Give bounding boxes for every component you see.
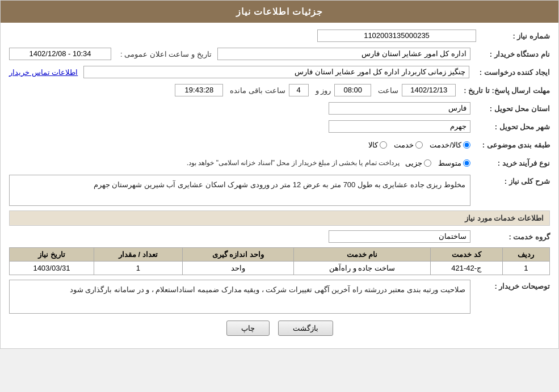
deadline-label: مهلت ارسال پاسخ: تا تاریخ :: [459, 86, 550, 95]
cell-date: 1403/03/31: [10, 262, 94, 275]
table-row: 1ج-42-421ساخت جاده و راه‌آهنواحد11403/03…: [10, 262, 550, 275]
province-label: استان محل تحویل :: [476, 104, 550, 113]
buyer-org-value: اداره کل امور عشایر استان فارس: [217, 48, 470, 60]
announce-date-label: تاریخ و ساعت اعلان عمومی :: [117, 50, 212, 58]
cell-row: 1: [502, 262, 549, 275]
category-radio-kala-khedmat-input[interactable]: [463, 141, 470, 149]
category-radio-khedmat[interactable]: خدمت: [394, 141, 423, 149]
cell-name: ساخت جاده و راه‌آهن: [293, 262, 430, 275]
order-number-label: شماره نیاز :: [476, 32, 550, 40]
action-buttons: بازگشت چاپ: [9, 321, 550, 336]
deadline-date: 1402/12/13: [402, 84, 456, 96]
page-header: جزئیات اطلاعات نیاز: [1, 1, 558, 23]
city-value: جهرم: [329, 120, 470, 133]
col-service-name: نام خدمت: [293, 248, 430, 262]
services-title: اطلاعات خدمات مورد نیاز: [9, 210, 550, 226]
col-unit: واحد اندازه گیری: [182, 248, 293, 262]
purchase-type-radio-jozi-label: جزیی: [405, 159, 422, 167]
purchase-type-note: پرداخت تمام یا بخشی از مبلغ خریدار از مح…: [187, 159, 400, 167]
purchase-type-radio-group: متوسط جزیی: [405, 159, 470, 167]
category-radio-kala-input[interactable]: [380, 141, 387, 149]
purchase-type-radio-motaveset[interactable]: متوسط: [438, 159, 470, 167]
category-radio-kala-khedmat[interactable]: کالا/خدمت: [430, 141, 470, 149]
purchase-type-radio-motaveset-label: متوسط: [438, 159, 461, 167]
services-table: ردیف کد خدمت نام خدمت واحد اندازه گیری ت…: [9, 247, 550, 275]
deadline-time-label: ساعت: [375, 86, 398, 95]
deadline-remaining-label: ساعت باقی مانده: [226, 86, 285, 95]
description-label: شرح کلی نیاز :: [476, 177, 550, 186]
buyer-org-label: نام دستگاه خریدار :: [476, 50, 550, 58]
description-value: مخلوط ریزی جاده عشایری به طول 700 متر به…: [9, 175, 470, 206]
category-radio-khedmat-label: خدمت: [394, 141, 414, 149]
notes-value: صلاحیت ورتبه بندی معتبر دررشته راه آخرین…: [9, 280, 470, 314]
creator-label: ایجاد کننده درخواست :: [475, 68, 550, 77]
creator-value: چنگیز زمانی کاربردار اداره کل امور عشایر…: [83, 66, 469, 78]
deadline-days: 4: [289, 84, 309, 96]
purchase-type-label: نوع فرآیند خرید :: [476, 159, 550, 167]
purchase-type-radio-jozi-input[interactable]: [424, 159, 431, 167]
deadline-time: 08:00: [334, 84, 371, 96]
category-radio-group: کالا/خدمت خدمت کالا: [368, 141, 470, 149]
notes-label: توصیحات خریدار :: [476, 282, 550, 290]
category-radio-kala[interactable]: کالا: [368, 141, 387, 149]
category-label: طبقه بندی موضوعی :: [476, 141, 550, 149]
contact-link[interactable]: اطلاعات تماس خریدار: [9, 68, 78, 77]
header-title: جزئیات اطلاعات نیاز: [236, 7, 323, 16]
col-quantity: تعداد / مقدار: [94, 248, 182, 262]
order-number-value: 1102003135000235: [317, 29, 476, 42]
category-radio-khedmat-input[interactable]: [415, 141, 423, 149]
deadline-remaining: 19:43:28: [175, 84, 223, 96]
print-button[interactable]: چاپ: [226, 321, 270, 336]
cell-code: ج-42-421: [430, 262, 502, 275]
col-row-num: ردیف: [502, 248, 549, 262]
back-button[interactable]: بازگشت: [278, 321, 333, 336]
announce-date-value: 1402/12/08 - 10:34: [9, 48, 111, 60]
province-value: فارس: [329, 102, 470, 115]
deadline-days-label: روز و: [312, 86, 331, 95]
purchase-type-radio-motaveset-input[interactable]: [463, 159, 470, 167]
city-label: شهر محل تحویل :: [476, 123, 550, 131]
category-radio-kala-label: کالا: [368, 141, 378, 149]
service-group-value: ساختمان: [329, 230, 470, 243]
category-radio-kala-khedmat-label: کالا/خدمت: [430, 141, 461, 149]
cell-unit: واحد: [182, 262, 293, 275]
col-service-code: کد خدمت: [430, 248, 502, 262]
col-date: تاریخ نیاز: [10, 248, 94, 262]
service-group-label: گروه خدمت :: [476, 233, 550, 241]
purchase-type-radio-jozi[interactable]: جزیی: [405, 159, 431, 167]
cell-quantity: 1: [94, 262, 182, 275]
